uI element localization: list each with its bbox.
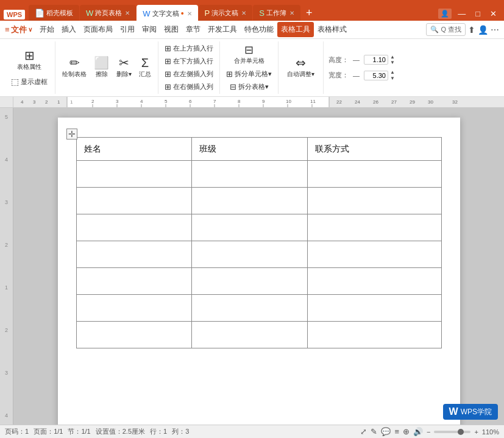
split-table-button[interactable]: ⊟ 拆分表格▾: [227, 81, 271, 93]
menu-view[interactable]: 视图: [160, 22, 182, 37]
menu-special[interactable]: 特色功能: [241, 22, 277, 37]
cell-7-2[interactable]: [192, 322, 308, 348]
expand-icon[interactable]: ⤢: [360, 427, 367, 436]
audio-icon[interactable]: 🔊: [413, 427, 423, 436]
cell-3-1[interactable]: [76, 214, 192, 241]
cell-7-3[interactable]: [307, 322, 441, 348]
cell-4-2[interactable]: [192, 241, 308, 268]
zoom-out-button[interactable]: −: [427, 428, 430, 436]
file-menu-button[interactable]: ≡ 文件 ∨: [5, 24, 32, 35]
delete-button[interactable]: ✂ 删除▾: [113, 55, 135, 80]
insert-col-left-icon: ⊞: [165, 69, 171, 79]
menu-section[interactable]: 章节: [182, 22, 204, 37]
user-menu-icon[interactable]: 👤: [478, 25, 488, 35]
menu-insert[interactable]: 插入: [58, 22, 80, 37]
wps-academy-label: WPS学院: [461, 407, 492, 417]
cell-2-1[interactable]: [76, 188, 192, 214]
insert-col-right-button[interactable]: ⊞ 在右侧插入列: [162, 81, 216, 93]
height-down-arrow[interactable]: ▼: [390, 60, 395, 66]
more-menu-icon[interactable]: ⋯: [491, 25, 499, 35]
tab-gongzuobu[interactable]: S 工作簿 ✕: [253, 5, 300, 21]
svg-text:27: 27: [391, 99, 397, 105]
edit-icon[interactable]: ✎: [371, 427, 377, 436]
cell-3-2[interactable]: [192, 214, 308, 241]
menu-table-tool[interactable]: 表格工具: [277, 22, 314, 37]
comment-icon[interactable]: 💬: [381, 427, 391, 436]
wps-academy-badge[interactable]: W WPS学院: [443, 404, 498, 420]
cell-1-1[interactable]: [76, 161, 192, 188]
insert-row-below-button[interactable]: ⊞ 在下方插入行: [162, 55, 216, 67]
menu-pagelayout[interactable]: 页面布局: [80, 22, 116, 37]
search-box[interactable]: 🔍 Q 查找: [426, 23, 466, 36]
svg-text:4: 4: [140, 99, 143, 104]
cell-7-1[interactable]: [76, 322, 192, 348]
cell-6-2[interactable]: [192, 295, 308, 322]
user-icon[interactable]: 👤: [438, 9, 452, 19]
split-cell-button[interactable]: ⊞ 拆分单元格▾: [224, 68, 274, 80]
height-spinners: ▲ ▼: [390, 54, 395, 66]
svg-text:10: 10: [286, 99, 291, 104]
tab-gongzuobu-close[interactable]: ✕: [289, 10, 294, 16]
auto-fit-button[interactable]: ⇔ 自动调整▾: [283, 55, 318, 80]
add-tab-button[interactable]: +: [301, 5, 318, 21]
menu-review[interactable]: 审阅: [138, 22, 160, 37]
zoom-in-button[interactable]: +: [474, 428, 478, 436]
height-input[interactable]: [364, 55, 388, 65]
tab-wenzistable[interactable]: W 文字文稿 • ✕: [137, 5, 197, 22]
tab-daoke[interactable]: 📄 稻壳模板: [29, 5, 79, 21]
erase-button[interactable]: ⬜ 擦除: [91, 55, 112, 80]
cell-5-3[interactable]: [307, 268, 441, 295]
tab-yanshi-close[interactable]: ✕: [241, 10, 246, 16]
globe-icon[interactable]: ⊕: [403, 427, 410, 436]
menu-dev[interactable]: 开发工具: [204, 22, 241, 37]
table-property-button[interactable]: ⊞ 表格属性: [9, 48, 50, 73]
height-up-arrow[interactable]: ▲: [390, 54, 395, 60]
table-move-handle[interactable]: ✛: [66, 129, 77, 140]
menu-reference[interactable]: 引用: [116, 22, 138, 37]
minimize-button[interactable]: —: [454, 8, 469, 19]
zoom-slider[interactable]: [434, 431, 470, 433]
status-setting: 设置值：2.5厘米: [96, 427, 145, 436]
header-class[interactable]: 班级: [192, 138, 308, 161]
insert-col-left-button[interactable]: ⊞ 在左侧插入列: [162, 68, 216, 80]
width-input[interactable]: [364, 71, 388, 80]
tab-yanshi[interactable]: P 演示文稿 ✕: [199, 5, 253, 21]
share-icon[interactable]: ⬆: [468, 25, 475, 35]
header-name[interactable]: 姓名: [76, 138, 192, 161]
width-down-arrow[interactable]: ▼: [390, 76, 395, 82]
cell-5-1[interactable]: [76, 268, 192, 295]
doc-page: ✛ 姓名 班级 联系方式: [58, 118, 460, 429]
close-button[interactable]: ✕: [486, 8, 500, 19]
cell-6-3[interactable]: [307, 295, 441, 322]
summary-button[interactable]: Σ 汇总: [136, 55, 154, 80]
width-up-arrow[interactable]: ▲: [390, 69, 395, 76]
cell-5-2[interactable]: [192, 268, 308, 295]
show-border-button[interactable]: ⬚ 显示虚框: [9, 76, 50, 88]
header-contact[interactable]: 联系方式: [307, 138, 441, 161]
height-minus[interactable]: —: [350, 55, 362, 64]
cell-2-3[interactable]: [307, 188, 441, 214]
draw-table-button[interactable]: ✏ 绘制表格: [59, 55, 90, 80]
width-minus[interactable]: —: [350, 71, 362, 80]
tab-kuaye[interactable]: W 跨页表格 ✕: [80, 5, 136, 21]
layout-icon[interactable]: ≡: [394, 427, 399, 436]
doc-scroll-area[interactable]: ✛ 姓名 班级 联系方式: [13, 108, 504, 438]
tab-wenzistable-close[interactable]: ✕: [187, 10, 192, 17]
tab-kuaye-close[interactable]: ✕: [125, 10, 130, 16]
cell-4-1[interactable]: [76, 241, 192, 268]
maximize-button[interactable]: □: [472, 8, 484, 19]
cell-3-3[interactable]: [307, 214, 441, 241]
tab-wenzistable-label: 文字文稿: [152, 9, 179, 18]
merge-cell-button[interactable]: ⊟ 合并单元格: [230, 43, 268, 67]
cell-2-2[interactable]: [192, 188, 308, 214]
cell-1-3[interactable]: [307, 161, 441, 188]
wps-logo-area: WPS: [4, 10, 25, 19]
menu-table-style[interactable]: 表格样式: [314, 22, 350, 37]
cell-6-1[interactable]: [76, 295, 192, 322]
insert-row-above-button[interactable]: ⊞ 在上方插入行: [162, 43, 216, 54]
cell-1-2[interactable]: [192, 161, 308, 188]
menu-start[interactable]: 开始: [36, 22, 58, 37]
width-spinners: ▲ ▼: [390, 69, 395, 81]
cell-4-3[interactable]: [307, 241, 441, 268]
tab-kuaye-label: 跨页表格: [95, 9, 122, 18]
